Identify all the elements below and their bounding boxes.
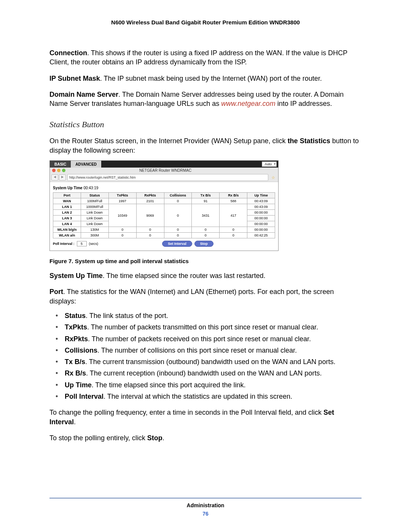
statistics-panel: System Up Time 00:43:19 Port Status TxPk… [50,182,278,251]
label-system-up: System Up Time [49,272,103,280]
cell-status: 1000M/Full [81,204,108,210]
table-row: WLAN a/n 300M 0 0 0 0 0 00:42:25 [53,233,275,238]
statistics-table: Port Status TxPkts RxPkts Collisions Tx … [53,192,275,238]
poll-label: Poll Interval : [53,242,75,246]
def-label: Collisions [65,347,97,354]
zoom-icon[interactable] [62,169,65,172]
para-port: Port. The statistics for the WAN (Intern… [49,287,362,306]
col-status: Status [81,193,108,198]
cell-tx: 0 [108,227,136,233]
col-port: Port [53,193,81,198]
text-dns-b: into IP addresses. [276,100,332,107]
stop-button[interactable]: Stop [194,241,213,247]
document-header: N600 Wireless Dual Band Gigabit Router P… [49,19,362,26]
cell-status: 100M/Full [81,198,108,204]
bookmark-icon[interactable]: ☆ [270,175,277,180]
para-dns: Domain Name Server. The Domain Name Serv… [49,90,362,109]
cell-rxb: 0 [220,233,247,238]
table-row: WLAN b/g/n 130M 0 0 0 0 0 00:00:00 [53,227,275,233]
uptime-value: 00:43:19 [83,186,98,190]
col-rxbs: Rx B/s [220,193,247,198]
label-stop: Stop [147,434,162,442]
def-label: Tx B/s [65,358,85,366]
para-system-up: System Up Time. The time elapsed since t… [49,271,362,280]
def-label: Status [65,312,86,320]
definition-list: Status. The link status of the port. TxP… [49,311,362,401]
cell-txb: 0 [192,227,220,233]
def-label: Poll Interval [65,393,104,400]
back-button[interactable]: ◀ [51,174,58,181]
col-txbs: Tx B/s [192,193,220,198]
cell-status: Link Down [81,221,108,227]
table-header-row: Port Status TxPkts RxPkts Collisions Tx … [53,193,275,198]
label-ip-mask: IP Subnet Mask [49,75,100,82]
screenshot-tabbar: BASIC ADVANCED Auto [50,161,278,168]
tab-advanced[interactable]: ADVANCED [71,161,101,168]
cell-up: 00:00:00 [247,216,275,221]
text-connection: . This shows if the router is using a fi… [49,49,347,66]
def-text: . The number of collisions on this port … [97,347,297,354]
page-footer: Administration 76 [0,498,411,517]
cell-port: WAN [53,198,81,204]
def-text: . The link status of the port. [86,312,168,320]
close-icon[interactable] [52,169,56,172]
list-item: TxPkts. The number of packets transmitte… [65,323,362,332]
def-label: RxPkts [65,335,88,343]
forward-button[interactable]: ▶ [59,174,66,181]
cell-port: LAN 3 [53,216,81,221]
cell-up: 00:00:00 [247,227,275,233]
text-ip-mask: . The IP subnet mask being used by the I… [100,75,322,82]
cell-rxb: 417 [220,204,247,227]
col-uptime: Up Time [247,193,275,198]
def-label: Rx B/s [65,369,86,377]
cell-tx: 1997 [108,198,136,204]
list-item: Collisions. The number of collisions on … [65,346,362,355]
minimize-icon[interactable] [57,169,61,172]
col-rxpkts: RxPkts [136,193,164,198]
text-change-poll: To change the polling frequency, enter a… [49,409,323,416]
cell-txb: 91 [192,198,220,204]
cell-up: 00:42:25 [247,233,275,238]
def-text: . The current transmission (outbound) ba… [85,358,335,366]
system-uptime-row: System Up Time 00:43:19 [53,186,275,190]
document-page: N600 Wireless Dual Band Gigabit Router P… [0,0,411,532]
statistics-screenshot: BASIC ADVANCED Auto NETGEAR Router WNDRM… [49,160,279,251]
para-ip-mask: IP Subnet Mask. The IP subnet mask being… [49,74,362,83]
text-stop-poll: To stop the polling entirely, click [49,434,147,442]
window-controls [50,168,68,173]
cell-port: WLAN b/g/n [53,227,81,233]
link-netgear[interactable]: www.netgear.com [221,100,275,107]
para-stop-poll: To stop the polling entirely, click Stop… [49,433,362,443]
browser-chrome: NETGEAR Router WNDRMAC ◀ ▶ http://www.ro… [50,168,278,182]
cell-rx: 0 [136,233,164,238]
cell-port: LAN 4 [53,221,81,227]
url-bar[interactable]: http://www.routerlogin.net/RST_statistic… [67,174,268,181]
def-label: Up Time [65,381,92,389]
list-item: Status. The link status of the port. [65,311,362,320]
page-number: 76 [0,511,411,517]
cell-col: 0 [164,233,192,238]
def-text: . The number of packets received on this… [88,335,311,343]
para-connection: Connection. This shows if the router is … [49,48,362,67]
cell-col: 0 [164,204,192,227]
para-stats-intro: On the Router Status screen, in the Inte… [49,136,362,155]
list-item: Poll Interval. The interval at which the… [65,392,362,401]
cell-up: 00:43:09 [247,198,275,204]
auto-dropdown[interactable]: Auto [262,161,277,167]
poll-interval-input[interactable]: 5 [77,241,87,246]
cell-txb: 0 [192,233,220,238]
para-change-poll: To change the polling frequency, enter a… [49,408,362,427]
list-item: Rx B/s. The current reception (inbound) … [65,369,362,378]
cell-port: LAN 2 [53,210,81,216]
text-stats-intro-a: On the Router Status screen, in the Inte… [49,137,288,145]
cell-txb: 3431 [192,204,220,227]
cell-up: 00:43:09 [247,204,275,210]
tab-basic[interactable]: BASIC [50,161,71,168]
table-row: LAN 1 1000M/Full 10349 9069 0 3431 417 0… [53,204,275,210]
cell-rx: 9069 [136,204,164,227]
list-item: Up Time. The time elapsed since this por… [65,380,362,390]
cell-rxb: 0 [220,227,247,233]
set-interval-button[interactable]: Set Interval [162,241,192,247]
cell-rx: 2101 [136,198,164,204]
cell-status: Link Down [81,210,108,216]
